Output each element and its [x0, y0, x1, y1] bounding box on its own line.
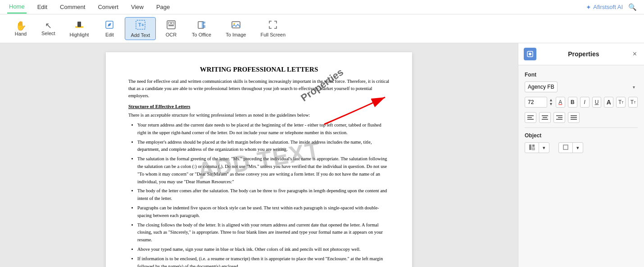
svg-rect-27 [529, 145, 531, 150]
font-name-select[interactable]: Agency FB [525, 81, 558, 92]
list-item: Above your typed name, sign your name in… [137, 246, 390, 253]
hand-button[interactable]: ✋ Hand [9, 19, 32, 38]
list-item: The employer's address should be placed … [137, 139, 390, 154]
edit-button[interactable]: Edit [98, 18, 121, 39]
to-office-label: To Office [192, 32, 211, 37]
select-label: Select [41, 31, 55, 36]
svg-point-14 [529, 53, 531, 55]
properties-panel: Properties × Font Agency FB ▲ [518, 43, 644, 267]
object-border-btn[interactable] [559, 143, 572, 153]
menu-right: ✦ Afirstsoft AI 🔍 [586, 3, 637, 11]
svg-rect-30 [563, 145, 568, 149]
ocr-icon [166, 20, 176, 31]
full-screen-icon [268, 20, 278, 31]
menu-item-home[interactable]: Home [7, 0, 27, 14]
edit-label: Edit [105, 32, 114, 37]
object-border-arrow-btn[interactable]: ▾ [573, 144, 583, 152]
close-button[interactable]: × [631, 49, 639, 59]
object-layout-arrow-btn[interactable]: ▾ [539, 144, 549, 152]
add-text-label: Add Text [131, 32, 150, 38]
doc-title: WRITING PROFESSIONAL LETTERS [128, 66, 390, 73]
font-size-input[interactable] [525, 97, 547, 108]
add-text-button[interactable]: T+ Add Text [125, 17, 156, 40]
font-larger-btn[interactable]: A [604, 97, 613, 108]
menu-item-convert[interactable]: Convert [96, 1, 120, 13]
font-color-btn[interactable]: A [556, 97, 565, 108]
to-office-button[interactable]: To Office [186, 18, 217, 39]
list-item: The closing follows the body of the lett… [137, 222, 390, 244]
align-row [525, 112, 638, 123]
full-screen-button[interactable]: Full Screen [255, 18, 291, 39]
section1-title: Structure of Effective Letters [128, 104, 390, 109]
text-style1-btn[interactable]: TT [616, 97, 626, 108]
svg-rect-8 [168, 25, 174, 26]
highlight-label: Highlight [70, 32, 89, 37]
object-layout-btn[interactable] [525, 143, 539, 153]
list-item: Paragraphs can be indented five spaces o… [137, 204, 390, 220]
add-text-icon: T+ [135, 19, 146, 32]
ocr-button[interactable]: OCR [159, 18, 183, 39]
font-name-select-wrap: Agency FB [525, 81, 638, 92]
document-area: Properties ADD TEXT WRITING PROFESSIONAL… [0, 43, 518, 267]
to-image-button[interactable]: To Image [220, 18, 251, 39]
font-size-down[interactable]: ▼ [549, 102, 553, 106]
svg-rect-1 [77, 22, 81, 27]
ocr-label: OCR [166, 32, 177, 37]
font-size-wrap: ▲ ▼ [525, 97, 553, 108]
bold-btn[interactable]: B [568, 97, 577, 108]
main-layout: Properties ADD TEXT WRITING PROFESSIONAL… [0, 43, 644, 267]
to-image-icon [231, 20, 241, 31]
font-size-row: ▲ ▼ A B I U A TT TT [525, 97, 638, 108]
panel-header: Properties × [518, 43, 644, 65]
select-button[interactable]: ↖ Select [36, 20, 61, 38]
menu-item-view[interactable]: View [129, 1, 145, 13]
list-item: The salutation is the formal greeting of… [137, 155, 390, 186]
toolbar: ✋ Hand ↖ Select Highlight Edit T+ Add Te… [0, 14, 644, 43]
list-item: If information is to be enclosed, (i.e. … [137, 255, 390, 267]
svg-rect-28 [532, 145, 535, 147]
align-left-btn[interactable] [525, 112, 536, 123]
hand-icon: ✋ [15, 21, 27, 30]
font-section-label: Font [525, 72, 638, 78]
svg-text:T+: T+ [138, 22, 144, 27]
panel-divider [525, 127, 638, 128]
align-justify-btn[interactable] [568, 112, 580, 123]
text-style2-btn[interactable]: TT [628, 97, 638, 108]
menu-item-edit[interactable]: Edit [36, 1, 49, 13]
align-right-btn[interactable] [553, 112, 565, 123]
doc-intro: The need for effective oral and written … [128, 78, 390, 99]
list-item: Your return address and the current date… [137, 122, 390, 137]
underline-btn[interactable]: U [592, 97, 602, 108]
panel-title: Properties [568, 50, 599, 58]
font-size-arrows: ▲ ▼ [549, 98, 553, 106]
section1-list: Your return address and the current date… [128, 122, 390, 267]
menu-item-page[interactable]: Page [154, 1, 172, 13]
panel-icon-area [524, 48, 536, 60]
highlight-button[interactable]: Highlight [64, 18, 95, 39]
full-screen-label: Full Screen [260, 32, 286, 37]
object-layout-group: ▾ [525, 142, 549, 153]
ai-button[interactable]: ✦ Afirstsoft AI [586, 4, 623, 11]
section1-intro: There is an acceptable structure for wri… [128, 112, 390, 119]
menu-item-comment[interactable]: Comment [58, 1, 87, 13]
hand-label: Hand [15, 31, 27, 36]
object-border-group: ▾ [558, 142, 583, 153]
edit-icon [104, 20, 114, 31]
ai-star-icon: ✦ [586, 4, 591, 11]
select-icon: ↖ [45, 22, 52, 30]
font-name-row: Agency FB [525, 81, 638, 92]
svg-rect-29 [532, 148, 535, 150]
align-center-btn[interactable] [539, 112, 551, 123]
svg-rect-7 [172, 22, 174, 24]
menu-bar: Home Edit Comment Convert View Page ✦ Af… [0, 0, 644, 14]
svg-rect-6 [168, 22, 171, 24]
italic-btn[interactable]: I [580, 97, 590, 108]
panel-body: Font Agency FB ▲ ▼ [518, 65, 644, 159]
ai-label: Afirstsoft AI [593, 4, 623, 10]
properties-icon [524, 48, 536, 60]
object-icon-row: ▾ ▾ [525, 142, 638, 153]
to-image-label: To Image [226, 32, 246, 37]
document-page: ADD TEXT WRITING PROFESSIONAL LETTERS Th… [106, 52, 412, 267]
to-office-icon [197, 20, 207, 31]
search-icon[interactable]: 🔍 [628, 3, 637, 11]
